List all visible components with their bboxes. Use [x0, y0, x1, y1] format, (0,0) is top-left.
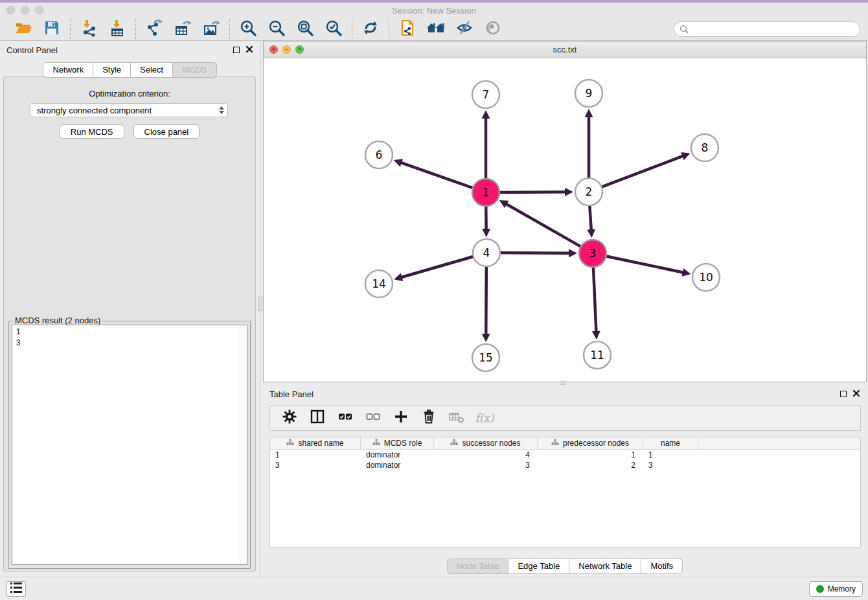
network-view-window: × − + scc.txt 7968124314101511 — [263, 41, 867, 382]
mcds-result-list[interactable]: 13 — [12, 325, 247, 565]
column-header-shared-name[interactable]: shared name — [270, 437, 361, 449]
node-label: 4 — [483, 246, 490, 259]
network-file-button[interactable] — [397, 19, 418, 40]
import-network-button[interactable] — [78, 19, 99, 40]
refresh-button[interactable] — [360, 19, 381, 40]
node-label: 3 — [589, 247, 597, 260]
float-panel-icon[interactable] — [233, 47, 240, 53]
table-tab-node-table[interactable]: Node Table — [447, 559, 509, 574]
export-image-icon — [202, 19, 220, 40]
close-table-panel-icon[interactable] — [852, 388, 860, 400]
run-mcds-button[interactable]: Run MCDS — [60, 124, 124, 139]
show-graphics-button[interactable] — [483, 19, 503, 40]
select-all-button[interactable] — [336, 409, 354, 427]
edge-3-11[interactable] — [592, 265, 600, 340]
maximize-window-button[interactable] — [35, 6, 43, 14]
horizontal-splitter-handle[interactable] — [560, 381, 566, 385]
import-table-button[interactable] — [107, 19, 128, 40]
split-columns-button[interactable] — [308, 409, 326, 427]
fit-content-icon — [296, 19, 314, 40]
table-tab-motifs[interactable]: Motifs — [641, 559, 683, 574]
mcds-result-scrollbar[interactable] — [240, 325, 247, 564]
column-header-successor-nodes[interactable]: successor nodes — [434, 437, 538, 449]
minimize-window-button[interactable] — [21, 6, 29, 14]
edge-2-9[interactable] — [585, 109, 593, 180]
list-icon — [9, 582, 23, 596]
column-header-label: predecessor nodes — [563, 439, 629, 448]
close-panel-button[interactable]: Close panel — [133, 124, 200, 139]
network-close-icon[interactable]: × — [269, 45, 278, 54]
graph-node-9[interactable]: 9 — [575, 80, 602, 107]
table-cell: 1 — [643, 450, 698, 460]
search-input[interactable] — [674, 21, 860, 37]
edge-1-4[interactable] — [482, 204, 490, 237]
function-builder-button[interactable]: f(x) — [475, 409, 494, 427]
float-table-panel-icon[interactable] — [840, 391, 847, 397]
tab-select[interactable]: Select — [131, 62, 173, 78]
open-file-button[interactable] — [13, 19, 34, 40]
table-row[interactable]: 1dominator411 — [270, 450, 860, 460]
table-tabs: Node TableEdge TableNetwork TableMotifs — [263, 559, 867, 574]
column-header-name[interactable]: name — [643, 437, 698, 449]
export-image-button[interactable] — [201, 19, 222, 40]
graph-node-11[interactable]: 11 — [584, 341, 611, 369]
vertical-splitter-handle[interactable] — [258, 297, 262, 311]
fit-content-button[interactable] — [295, 19, 315, 40]
zoom-selected-button[interactable] — [323, 19, 344, 40]
graph-node-1[interactable]: 1 — [472, 179, 499, 206]
task-history-button[interactable] — [6, 581, 26, 597]
graph-node-4[interactable]: 4 — [473, 239, 500, 266]
network-zoom-icon[interactable]: + — [295, 45, 304, 54]
save-session-button[interactable] — [41, 19, 62, 40]
hide-graphics-button[interactable] — [454, 19, 475, 40]
deselect-all-button[interactable] — [364, 409, 382, 427]
memory-status-icon — [816, 585, 824, 593]
network-minimize-icon[interactable]: − — [282, 45, 291, 54]
close-window-button[interactable] — [6, 6, 15, 14]
edge-4-14[interactable] — [394, 256, 475, 281]
network-canvas[interactable]: 7968124314101511 — [264, 58, 866, 382]
delete-column-button[interactable] — [420, 409, 438, 427]
graph-node-6[interactable]: 6 — [365, 141, 393, 168]
tab-network[interactable]: Network — [43, 62, 93, 78]
graph-node-3[interactable]: 3 — [579, 240, 606, 267]
home-icon-button[interactable] — [426, 19, 446, 40]
tab-mcds[interactable]: MCDS — [173, 62, 216, 78]
edge-2-3[interactable] — [587, 203, 595, 238]
table-cell: 3 — [434, 460, 538, 470]
edge-2-8[interactable] — [600, 152, 691, 188]
graph-node-7[interactable]: 7 — [472, 81, 499, 108]
tab-style[interactable]: Style — [93, 62, 131, 78]
edge-1-7[interactable] — [482, 110, 490, 181]
edge-4-3[interactable] — [498, 249, 577, 257]
table-tab-edge-table[interactable]: Edge Table — [508, 559, 569, 574]
edge-1-2[interactable] — [497, 188, 573, 196]
graph-node-10[interactable]: 10 — [692, 264, 720, 291]
delete-table-button[interactable] — [448, 409, 466, 427]
export-table-button[interactable] — [172, 19, 193, 40]
zoom-in-button[interactable] — [238, 19, 258, 40]
export-network-button[interactable] — [144, 19, 165, 40]
zoom-out-button[interactable] — [266, 19, 287, 40]
import-network-icon — [80, 19, 98, 40]
table-cell: dominator — [361, 450, 434, 460]
network-window-titlebar[interactable]: × − + scc.txt — [264, 41, 866, 58]
graph-node-14[interactable]: 14 — [365, 270, 393, 297]
graph-node-2[interactable]: 2 — [575, 178, 602, 205]
criterion-select[interactable]: strongly connected component — [30, 103, 228, 117]
table-settings-button[interactable] — [280, 409, 299, 427]
edge-3-1[interactable] — [499, 200, 583, 248]
column-header-predecessor-nodes[interactable]: predecessor nodes — [538, 437, 643, 449]
memory-button[interactable]: Memory — [809, 581, 863, 597]
edge-4-15[interactable] — [482, 264, 490, 342]
add-column-button[interactable] — [392, 409, 410, 427]
edge-3-10[interactable] — [604, 256, 691, 277]
edge-1-6[interactable] — [394, 159, 475, 189]
column-header-mcds-role[interactable]: MCDS role — [361, 437, 434, 449]
graph-node-8[interactable]: 8 — [691, 134, 718, 161]
graph-node-15[interactable]: 15 — [472, 344, 499, 371]
table-row[interactable]: 3dominator323 — [270, 460, 860, 470]
close-panel-icon[interactable] — [246, 44, 253, 56]
table-tab-network-table[interactable]: Network Table — [569, 559, 641, 574]
open-folder-icon — [14, 19, 32, 40]
